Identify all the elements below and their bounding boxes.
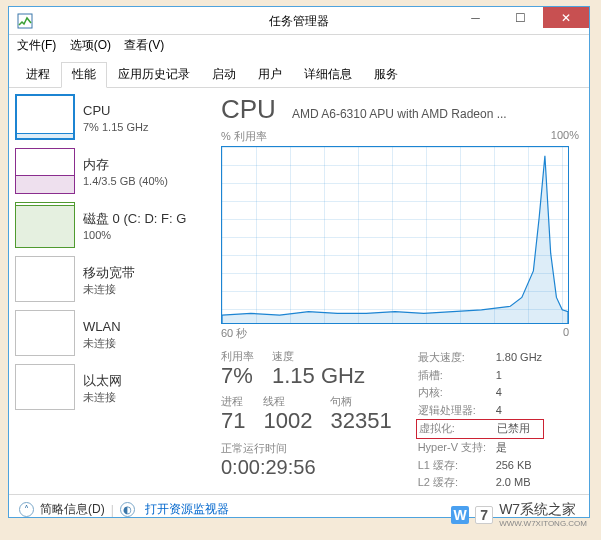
threads-stat: 1002 [263, 409, 312, 433]
page-title: CPU [221, 94, 276, 125]
util-stat: 7% [221, 364, 254, 388]
sidebar-item-sub: 7% 1.15 GHz [83, 120, 148, 134]
sidebar-item-label: WLAN [83, 319, 121, 336]
chevron-up-icon[interactable]: ˄ [19, 502, 34, 517]
watermark: W 7 W7系统之家 WWW.W7XITONG.COM [451, 501, 587, 528]
axis-left: 60 秒 [221, 326, 247, 341]
tabstrip: 进程 性能 应用历史记录 启动 用户 详细信息 服务 [9, 55, 589, 88]
sidebar-item-ethernet[interactable]: 以太网 未连接 [15, 364, 215, 414]
proc-stat-label: 进程 [221, 394, 245, 409]
sidebar-item-sub: 未连接 [83, 336, 121, 350]
tab-startup[interactable]: 启动 [201, 62, 247, 88]
tab-details[interactable]: 详细信息 [293, 62, 363, 88]
window-controls: ─ ☐ ✕ [453, 7, 589, 28]
sidebar-item-label: 内存 [83, 157, 168, 174]
virtualization-row: 虚拟化:已禁用 [416, 419, 544, 439]
sidebar-item-sub: 1.4/3.5 GB (40%) [83, 174, 168, 188]
menubar: 文件(F) 选项(O) 查看(V) [9, 35, 589, 55]
close-button[interactable]: ✕ [543, 7, 589, 28]
open-resmon-link[interactable]: 打开资源监视器 [145, 501, 229, 518]
cpu-chart [221, 146, 569, 324]
tab-processes[interactable]: 进程 [15, 62, 61, 88]
main-panel: CPU AMD A6-6310 APU with AMD Radeon ... … [219, 88, 589, 494]
axis-right: 0 [563, 326, 569, 341]
cpu-model: AMD A6-6310 APU with AMD Radeon ... [292, 107, 507, 121]
sidebar-item-sub: 100% [83, 228, 186, 242]
watermark-logo-icon: 7 [475, 506, 493, 524]
cpu-thumb-icon [15, 94, 75, 140]
sidebar-item-wlan[interactable]: WLAN 未连接 [15, 310, 215, 360]
sidebar-item-sub: 未连接 [83, 390, 122, 404]
maximize-button[interactable]: ☐ [498, 7, 543, 28]
menu-view[interactable]: 查看(V) [124, 38, 164, 52]
watermark-text: W7系统之家 [499, 501, 587, 519]
brief-info-link[interactable]: 简略信息(D) [40, 501, 105, 518]
speed-stat-label: 速度 [272, 349, 365, 364]
sidebar: CPU 7% 1.15 GHz 内存 1.4/3.5 GB (40%) 磁盘 0… [9, 88, 219, 494]
proc-stat: 71 [221, 409, 245, 433]
tab-services[interactable]: 服务 [363, 62, 409, 88]
sidebar-item-label: CPU [83, 103, 148, 120]
handles-stat: 32351 [330, 409, 391, 433]
minimize-button[interactable]: ─ [453, 7, 498, 28]
sidebar-item-sub: 未连接 [83, 282, 135, 296]
watermark-logo-icon: W [451, 506, 469, 524]
sidebar-item-memory[interactable]: 内存 1.4/3.5 GB (40%) [15, 148, 215, 198]
body: CPU 7% 1.15 GHz 内存 1.4/3.5 GB (40%) 磁盘 0… [9, 88, 589, 494]
threads-stat-label: 线程 [263, 394, 312, 409]
tab-performance[interactable]: 性能 [61, 62, 107, 88]
menu-file[interactable]: 文件(F) [17, 38, 56, 52]
sidebar-item-label: 移动宽带 [83, 265, 135, 282]
resmon-icon: ◐ [120, 502, 135, 517]
handles-stat-label: 句柄 [330, 394, 391, 409]
tab-users[interactable]: 用户 [247, 62, 293, 88]
ethernet-thumb-icon [15, 364, 75, 410]
cpu-details: 最大速度:1.80 GHz 插槽:1 内核:4 逻辑处理器:4 虚拟化:已禁用 … [418, 349, 542, 492]
task-manager-window: 任务管理器 ─ ☐ ✕ 文件(F) 选项(O) 查看(V) 进程 性能 应用历史… [8, 6, 590, 518]
tab-app-history[interactable]: 应用历史记录 [107, 62, 201, 88]
sidebar-item-mobile[interactable]: 移动宽带 未连接 [15, 256, 215, 306]
menu-options[interactable]: 选项(O) [70, 38, 111, 52]
mobile-thumb-icon [15, 256, 75, 302]
watermark-sub: WWW.W7XITONG.COM [499, 519, 587, 528]
titlebar[interactable]: 任务管理器 ─ ☐ ✕ [9, 7, 589, 35]
uptime-label: 正常运行时间 [221, 441, 392, 456]
speed-stat: 1.15 GHz [272, 364, 365, 388]
sidebar-item-disk[interactable]: 磁盘 0 (C: D: F: G 100% [15, 202, 215, 252]
util-label: % 利用率 [221, 129, 267, 144]
sidebar-item-cpu[interactable]: CPU 7% 1.15 GHz [15, 94, 215, 144]
memory-thumb-icon [15, 148, 75, 194]
sidebar-item-label: 磁盘 0 (C: D: F: G [83, 211, 186, 228]
uptime-value: 0:00:29:56 [221, 456, 392, 479]
util-stat-label: 利用率 [221, 349, 254, 364]
wlan-thumb-icon [15, 310, 75, 356]
disk-thumb-icon [15, 202, 75, 248]
sidebar-item-label: 以太网 [83, 373, 122, 390]
util-max: 100% [551, 129, 579, 144]
